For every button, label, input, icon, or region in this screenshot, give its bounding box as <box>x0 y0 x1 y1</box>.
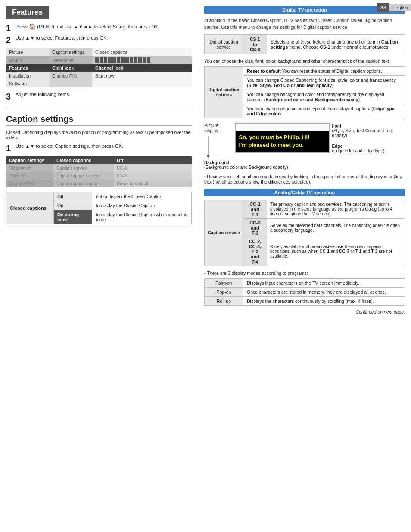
cap-serv-main-label: Caption service <box>205 200 243 266</box>
bar <box>112 57 116 63</box>
bar <box>117 57 120 63</box>
digital-caption-service-row: Digital captionservice CS-1toCS-6 Select… <box>205 34 405 54</box>
menu-col2: Caption settings <box>49 48 92 56</box>
edge-sub: (Edge color and Edge type) <box>332 149 385 153</box>
menu-col1: Sound <box>6 56 49 64</box>
edge-annotation: Edge (Edge color and Edge type) <box>332 144 405 153</box>
dco-desc: You can change background color and tran… <box>243 90 405 104</box>
right-column: Digital TV operation In addition to the … <box>198 0 411 532</box>
menu-col2 <box>49 80 92 87</box>
menu-col2: Sleeptimer <box>49 56 92 64</box>
page-language: English <box>389 4 411 11</box>
font-annotation: Font (Style, Size, Text Color and Text o… <box>332 124 405 138</box>
bar <box>95 57 99 63</box>
cap-menu-col3: Reset to default <box>114 180 192 187</box>
cap-step-1-row: 1 Use ▲▼ to select Caption settings, the… <box>6 143 192 153</box>
picture-arrow-svg <box>204 134 212 158</box>
menu-col3: Closed captions <box>92 48 192 56</box>
dco-desc: Reset to default You can reset the statu… <box>243 66 405 75</box>
bar <box>130 57 133 63</box>
step-2-number: 2 <box>6 35 16 45</box>
analog-cable-header: Analog/Cable TV operation <box>204 189 405 196</box>
step-1-prefix: Press <box>16 24 28 29</box>
step-1-content: Press 🏠 (MENU) and use ▲▼◄► to select Se… <box>16 23 192 30</box>
dco-label: Digital caption options <box>205 66 243 118</box>
display-modes-table: Paint-on Displays input characters on th… <box>204 278 405 306</box>
menu-col3 <box>92 80 192 87</box>
bar <box>100 57 103 63</box>
menu-col3 <box>92 56 192 64</box>
menu-col3: Channel lock <box>92 64 192 72</box>
picture-display-label: Picture display <box>204 123 232 133</box>
bar <box>143 57 146 63</box>
menu-col1: Software <box>6 80 49 87</box>
cap-menu-col3: CS-1 <box>114 172 192 180</box>
picture-display-left: Picture display <box>204 123 232 159</box>
caption-intro: Closed Captioning displays the Audio por… <box>6 130 192 140</box>
caption-line-2: I'm pleased to meet you. <box>239 142 304 148</box>
cap-menu-col3: Off <box>114 156 192 164</box>
menu-col1: Features <box>6 64 49 72</box>
picture-caption-text: So, you must be Philip. Hi! I'm pleased … <box>236 131 329 152</box>
dco-desc: You can change Closed Captioning font si… <box>243 75 405 90</box>
picture-display-diagram-area: Picture display So, you must be Philip. … <box>204 123 405 159</box>
page-number-area: 33 English <box>377 3 411 12</box>
font-label: Font <box>332 124 342 128</box>
caption-line-1: So, you must be Philip. Hi! <box>239 134 310 140</box>
step-2-row: 2 Use ▲▼ to select Features, then press … <box>6 35 192 45</box>
cap-serv-desc: Serve as the preferred data channels. Th… <box>267 218 405 237</box>
step-3-row: 3 Adjust the following items. <box>6 92 192 102</box>
digital-tv-header: Digital TV operation <box>204 6 405 14</box>
cap-step-1-content: Use ▲▼ to select Caption settings, then … <box>16 143 192 149</box>
picture-outer-frame: So, you must be Philip. Hi! I'm pleased … <box>235 123 330 153</box>
closed-captions-table: Closed captionsOffnot to display the Clo… <box>6 192 192 224</box>
picture-display-section: Picture display So, you must be Philip. … <box>204 123 405 170</box>
background-sub: (Background color and Background opacity… <box>204 165 288 170</box>
step-2-content: Use ▲▼ to select Features, then press OK… <box>16 35 192 40</box>
display-mode-label: Roll-up <box>205 296 243 305</box>
svg-marker-1 <box>206 155 210 158</box>
cap-serv-code: CC-3andT-3 <box>243 218 267 237</box>
cc-option: On during mute <box>54 210 92 224</box>
menu-col1: Picture <box>6 48 49 56</box>
cc-option: On <box>54 201 92 210</box>
continued-text: Continued on next page. <box>204 309 405 314</box>
cap-serv-desc: The primary caption and text services. T… <box>267 200 405 218</box>
dco-intro: You can choose the size, font, color, ba… <box>204 59 405 64</box>
dcs-desc: Selects one of these before changing any… <box>267 34 405 54</box>
bar <box>108 57 112 63</box>
step-3-content: Adjust the following items. <box>16 92 192 97</box>
bar <box>134 57 137 63</box>
cap-menu-col2: Digital caption service <box>53 172 114 180</box>
cap-serv-code: CC-1andT-1 <box>243 200 267 218</box>
cap-menu-col1: Child lock <box>6 172 53 180</box>
cap-serv-desc: Rarely available and broadcasters use th… <box>267 237 405 266</box>
digital-tv-intro: In addition to the basic Closed Caption,… <box>204 17 405 31</box>
cap-step-1-number: 1 <box>6 143 16 153</box>
review-bullet: Review your setting choice made below by… <box>204 174 405 184</box>
edge-label: Edge <box>332 144 342 149</box>
dcs-codes: CS-1toCS-6 <box>243 34 267 54</box>
display-mode-desc: Displays the characters continuously by … <box>243 296 405 305</box>
display-mode-desc: Displays input characters on the TV scre… <box>243 278 405 287</box>
menu-col2: Change PIN <box>49 72 92 80</box>
menu-col3: Start now <box>92 72 192 80</box>
bars-visual <box>95 57 189 63</box>
caption-menu-table: Caption settings Closed captions Off Sle… <box>6 156 192 187</box>
step-1-number: 1 <box>6 23 16 33</box>
background-label: Background <box>204 160 229 165</box>
background-annotation: Background (Background color and Backgro… <box>204 160 405 170</box>
menu-icon: 🏠 <box>29 23 36 30</box>
caption-settings-title: Caption settings <box>6 114 192 126</box>
features-title: Features <box>6 6 49 19</box>
bar <box>121 57 125 63</box>
cap-menu-col3: CC-1 <box>114 164 192 172</box>
cap-menu-col2: Digital caption options <box>53 180 114 187</box>
cap-menu-col2: Caption service <box>53 164 114 172</box>
cap-serv-code: CC-2,CC-4,T-2andT-4 <box>243 237 267 266</box>
cc-label: Closed captions <box>6 192 54 224</box>
cc-option: Off <box>54 192 92 201</box>
cap-menu-col1: Caption settings <box>6 156 53 164</box>
bar <box>104 57 107 63</box>
cc-desc: to display the Closed Caption <box>92 201 192 210</box>
